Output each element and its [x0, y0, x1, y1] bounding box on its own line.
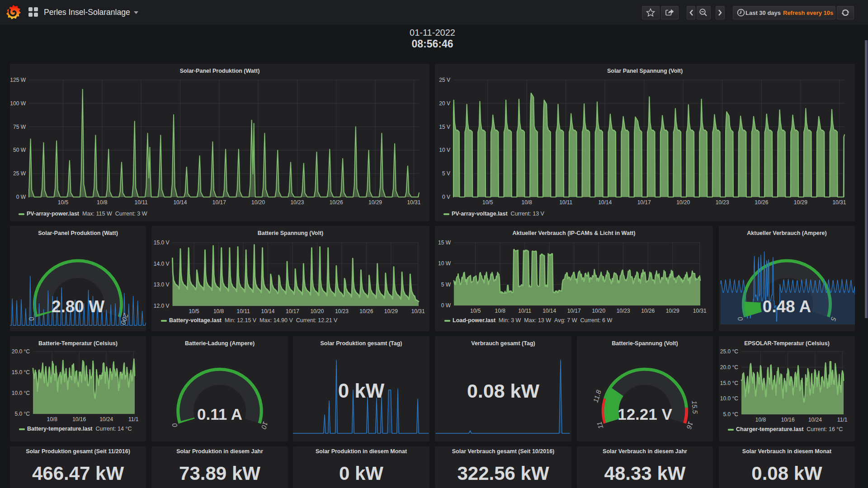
- svg-text:0 W: 0 W: [16, 194, 26, 200]
- svg-text:25 V: 25 V: [439, 77, 450, 83]
- svg-text:48.33 kW: 48.33 kW: [604, 463, 686, 484]
- svg-text:Solar Verbrauch gesamt (Seit 1: Solar Verbrauch gesamt (Seit 10/2016): [452, 448, 555, 455]
- svg-text:Verbrauch gesamt (Tag): Verbrauch gesamt (Tag): [471, 340, 535, 347]
- svg-text:10/29: 10/29: [794, 199, 807, 206]
- svg-text:Battery-voltage.last Min: 12.: Battery-voltage.last Min: 12.15 V Max: 1…: [169, 317, 338, 324]
- svg-text:10/8: 10/8: [495, 308, 506, 314]
- svg-text:0.08 kW: 0.08 kW: [467, 380, 540, 402]
- svg-text:10/31: 10/31: [693, 308, 707, 314]
- svg-text:10/24: 10/24: [99, 416, 113, 422]
- svg-text:25 W: 25 W: [13, 170, 26, 177]
- svg-text:Charger-temperature.last Curr: Charger-temperature.last Current: 16 °C: [736, 426, 843, 432]
- svg-text:10/8: 10/8: [97, 199, 108, 206]
- svg-text:2.80 W: 2.80 W: [52, 297, 104, 316]
- svg-text:10.0 °C: 10.0 °C: [720, 395, 738, 402]
- svg-text:10/11: 10/11: [135, 199, 148, 206]
- svg-text:15 W: 15 W: [438, 239, 451, 246]
- svg-text:10/5: 10/5: [470, 308, 481, 314]
- svg-text:PV-array-power.last Max: 115: PV-array-power.last Max: 115 W Current: …: [27, 211, 147, 217]
- svg-text:10/20: 10/20: [676, 199, 690, 206]
- svg-text:13.0 V: 13.0 V: [154, 282, 170, 288]
- svg-text:15.5: 15.5: [690, 400, 699, 414]
- svg-text:50 W: 50 W: [13, 147, 26, 153]
- svg-text:15.0 °C: 15.0 °C: [720, 380, 738, 386]
- svg-text:Solar Produktion in diesem Mon: Solar Produktion in diesem Monat: [316, 448, 407, 455]
- svg-text:10/26: 10/26: [641, 308, 655, 314]
- svg-text:Solar Produktion gesamt (Tag): Solar Produktion gesamt (Tag): [320, 340, 402, 347]
- svg-text:10/23: 10/23: [617, 308, 630, 314]
- svg-text:10/5: 10/5: [58, 199, 69, 206]
- svg-text:12.21 V: 12.21 V: [618, 405, 672, 423]
- svg-text:5.0 °C: 5.0 °C: [723, 411, 739, 418]
- svg-text:10/5: 10/5: [189, 308, 199, 314]
- svg-text:Solar Verbrauch in diesem Jahr: Solar Verbrauch in diesem Jahr: [603, 448, 687, 455]
- svg-text:Solar Panel Spannung (Volt): Solar Panel Spannung (Volt): [607, 68, 683, 74]
- svg-text:Aktueller Verbrauch (IP-CAMs &: Aktueller Verbrauch (IP-CAMs & Licht in …: [513, 230, 636, 236]
- svg-text:10/31: 10/31: [407, 199, 420, 206]
- svg-text:5 W: 5 W: [441, 282, 451, 288]
- svg-text:10/29: 10/29: [666, 308, 679, 314]
- svg-text:Batterie-Spannung (Volt): Batterie-Spannung (Volt): [612, 340, 678, 347]
- svg-text:Load-power.last Min: 3 W Max: Load-power.last Min: 3 W Max: 13 W Avg: …: [453, 317, 613, 324]
- svg-text:Solar Produktion in diesem Jah: Solar Produktion in diesem Jahr: [176, 448, 263, 455]
- svg-text:Solar Produktion gesamt (Seit: Solar Produktion gesamt (Seit 11/2016): [26, 448, 130, 455]
- svg-text:5.0 °C: 5.0 °C: [15, 411, 30, 417]
- svg-text:10/29: 10/29: [384, 308, 398, 314]
- svg-text:10/23: 10/23: [290, 199, 304, 206]
- svg-text:10/23: 10/23: [716, 199, 729, 206]
- svg-text:11/1: 11/1: [837, 417, 848, 423]
- svg-text:Solar-Panel Produktion (Watt): Solar-Panel Produktion (Watt): [38, 230, 118, 236]
- svg-text:0.48 A: 0.48 A: [763, 297, 811, 316]
- svg-text:EPSOLAR-Temperatur (Celsius): EPSOLAR-Temperatur (Celsius): [744, 340, 830, 347]
- svg-text:Batterie Spannung (Volt): Batterie Spannung (Volt): [258, 230, 324, 236]
- svg-text:75 W: 75 W: [13, 124, 26, 130]
- svg-text:10 V: 10 V: [439, 147, 450, 153]
- svg-text:11/1: 11/1: [128, 416, 139, 422]
- svg-text:15 V: 15 V: [439, 124, 450, 130]
- svg-text:322.56 kW: 322.56 kW: [457, 463, 549, 484]
- svg-text:10/20: 10/20: [251, 199, 265, 206]
- svg-text:0 V: 0 V: [442, 194, 450, 200]
- svg-text:125 W: 125 W: [10, 77, 26, 83]
- svg-text:10/17: 10/17: [637, 199, 651, 206]
- svg-text:10/23: 10/23: [335, 308, 349, 314]
- svg-text:100 W: 100 W: [10, 100, 26, 107]
- svg-text:20.0 °C: 20.0 °C: [720, 364, 738, 371]
- svg-text:Battery-temperature.last Curr: Battery-temperature.last Current: 14 °C: [27, 426, 132, 432]
- svg-text:10/5: 10/5: [482, 199, 493, 206]
- svg-text:10/24: 10/24: [808, 417, 822, 423]
- svg-text:10/16: 10/16: [72, 416, 86, 422]
- svg-text:0 kW: 0 kW: [338, 380, 385, 402]
- svg-text:10/8: 10/8: [213, 308, 224, 314]
- svg-text:11.8: 11.8: [591, 389, 603, 403]
- svg-text:12.0 V: 12.0 V: [154, 303, 170, 309]
- svg-text:Solar Verbrauch in diesem Mona: Solar Verbrauch in diesem Monat: [742, 448, 832, 455]
- svg-text:10/14: 10/14: [598, 199, 612, 206]
- svg-text:10/31: 10/31: [411, 308, 425, 314]
- svg-text:10/11: 10/11: [518, 308, 531, 314]
- svg-text:0.08 kW: 0.08 kW: [751, 463, 822, 484]
- svg-text:10/26: 10/26: [755, 199, 768, 206]
- svg-text:PV-array-voltage.last Current: PV-array-voltage.last Current: 13 V: [452, 211, 545, 217]
- svg-text:15.0 °C: 15.0 °C: [12, 369, 30, 375]
- svg-text:10/14: 10/14: [542, 308, 556, 314]
- svg-text:10/16: 10/16: [781, 417, 795, 423]
- svg-text:10/14: 10/14: [173, 199, 187, 206]
- svg-text:10/8: 10/8: [755, 417, 766, 423]
- svg-text:Solar-Panel Produktion (Watt): Solar-Panel Produktion (Watt): [180, 68, 260, 74]
- svg-text:10/29: 10/29: [368, 199, 382, 206]
- svg-text:10/17: 10/17: [567, 308, 581, 314]
- svg-text:10/17: 10/17: [286, 308, 299, 314]
- svg-text:10 W: 10 W: [438, 260, 451, 267]
- svg-text:20 V: 20 V: [439, 100, 450, 107]
- svg-text:10/11: 10/11: [237, 308, 250, 314]
- svg-text:10/20: 10/20: [310, 308, 324, 314]
- svg-text:14.0 V: 14.0 V: [154, 261, 170, 267]
- svg-text:Batterie-Temperatur (Celsius): Batterie-Temperatur (Celsius): [38, 340, 118, 347]
- svg-text:10/26: 10/26: [359, 308, 373, 314]
- svg-text:5 V: 5 V: [442, 170, 450, 177]
- svg-text:Aktueller Verbrauch (Ampere): Aktueller Verbrauch (Ampere): [747, 230, 826, 236]
- svg-text:0.11 A: 0.11 A: [197, 405, 242, 423]
- svg-text:20.0 °C: 20.0 °C: [12, 348, 30, 355]
- svg-text:10/8: 10/8: [47, 416, 58, 422]
